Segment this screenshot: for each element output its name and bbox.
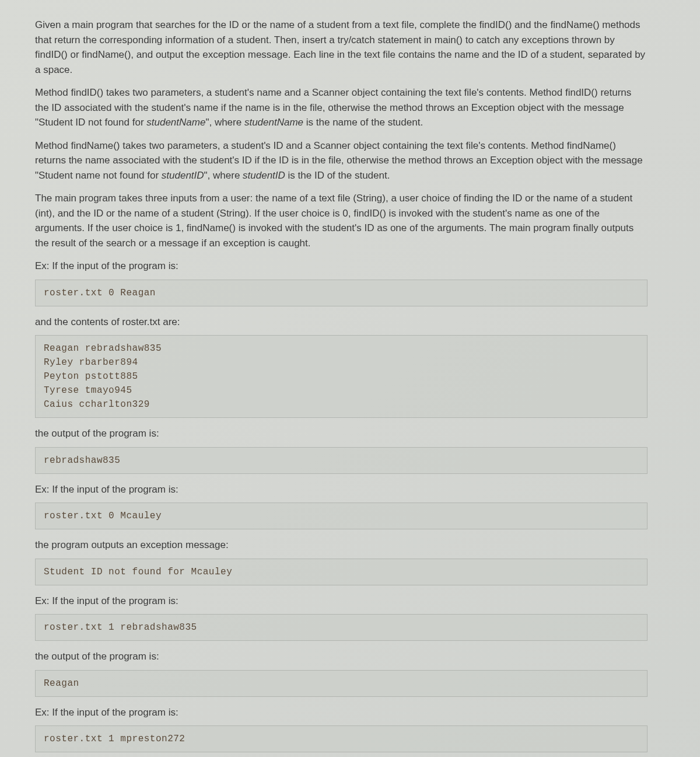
findname-italic-1: studentID — [162, 170, 204, 181]
findname-text-2: ", where — [204, 170, 243, 181]
output-2-label: the output of the program is: — [35, 649, 648, 664]
example-1-input-code: roster.txt 0 Reagan — [35, 280, 648, 306]
example-2-label: Ex: If the input of the program is: — [35, 482, 648, 497]
problem-description: Given a main program that searches for t… — [35, 18, 648, 757]
example-3-label: Ex: If the input of the program is: — [35, 594, 648, 609]
main-description-paragraph: The main program takes three inputs from… — [35, 191, 648, 250]
example-4-input-code: roster.txt 1 mpreston272 — [35, 725, 648, 752]
findid-italic-2: studentName — [244, 117, 303, 128]
output-1-code: rebradshaw835 — [35, 447, 648, 474]
output-2-code: Reagan — [35, 670, 648, 697]
roster-contents-label: and the contents of roster.txt are: — [35, 315, 648, 330]
example-3-input-code: roster.txt 1 rebradshaw835 — [35, 614, 648, 641]
findid-text-3: is the name of the student. — [303, 117, 423, 128]
findname-text-3: is the ID of the student. — [285, 170, 390, 181]
findid-text-2: ", where — [205, 117, 244, 128]
exception-1-label: the program outputs an exception message… — [35, 538, 648, 553]
findname-italic-2: studentID — [243, 170, 285, 181]
example-2-input-code: roster.txt 0 Mcauley — [35, 503, 648, 529]
findid-paragraph: Method findID() takes two parameters, a … — [35, 85, 648, 130]
output-1-label: the output of the program is: — [35, 426, 648, 441]
findid-italic-1: studentName — [146, 117, 205, 128]
intro-paragraph: Given a main program that searches for t… — [35, 18, 648, 77]
roster-contents-code: Reagan rebradshaw835 Ryley rbarber894 Pe… — [35, 335, 648, 418]
example-4-label: Ex: If the input of the program is: — [35, 705, 648, 720]
example-1-label: Ex: If the input of the program is: — [35, 259, 648, 274]
findname-paragraph: Method findName() takes two parameters, … — [35, 138, 648, 183]
exception-1-code: Student ID not found for Mcauley — [35, 559, 648, 585]
